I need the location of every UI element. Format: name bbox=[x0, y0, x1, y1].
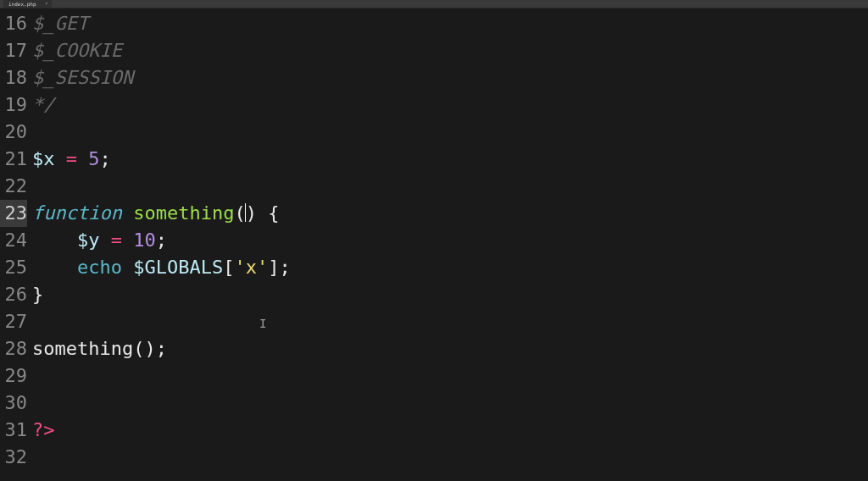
code-token: ; bbox=[156, 229, 167, 251]
code-token: */ bbox=[32, 94, 55, 115]
code-token: ; bbox=[100, 148, 111, 169]
line-number: 21 bbox=[0, 146, 27, 173]
tab-filename: index.php bbox=[8, 1, 36, 7]
code-line[interactable] bbox=[32, 173, 868, 200]
line-number: 20 bbox=[0, 119, 27, 146]
code-line[interactable]: $_SESSION bbox=[32, 64, 868, 91]
code-line[interactable] bbox=[32, 362, 868, 390]
code-line[interactable]: ?> bbox=[32, 417, 868, 444]
code-line[interactable]: $_GET bbox=[32, 10, 868, 37]
line-number: 24 bbox=[0, 227, 27, 254]
editor-window: index.php × 1617181920212223242526272829… bbox=[0, 0, 868, 481]
code-line[interactable]: function something() { bbox=[32, 200, 868, 227]
code-line[interactable]: $y = 10; bbox=[32, 227, 868, 254]
code-token: } bbox=[32, 284, 43, 305]
editor-area[interactable]: 1617181920212223242526272829303132 $_GET… bbox=[0, 8, 868, 481]
line-number: 25 bbox=[0, 254, 27, 281]
code-token bbox=[55, 148, 66, 169]
line-number: 28 bbox=[0, 335, 27, 362]
line-number: 17 bbox=[0, 37, 27, 64]
code-line[interactable] bbox=[32, 119, 868, 146]
code-token: $_SESSION bbox=[32, 67, 133, 88]
code-token: something(); bbox=[32, 338, 167, 359]
code-line[interactable]: } bbox=[32, 281, 868, 308]
code-token: function bbox=[32, 202, 122, 224]
tab-indexphp[interactable]: index.php × bbox=[3, 0, 52, 8]
line-number: 29 bbox=[0, 362, 27, 390]
code-token: $_COOKIE bbox=[32, 40, 122, 61]
code-token: $y bbox=[77, 229, 100, 251]
code-line[interactable] bbox=[32, 390, 868, 417]
code-token: ]; bbox=[268, 257, 291, 278]
line-number: 19 bbox=[0, 91, 27, 119]
code-line[interactable]: echo $GLOBALS['x']; bbox=[32, 254, 868, 281]
code-token: 10 bbox=[133, 229, 156, 251]
code-token: $GLOBALS bbox=[133, 257, 223, 278]
line-number: 27 bbox=[0, 308, 27, 335]
line-number-gutter: 1617181920212223242526272829303132 bbox=[0, 10, 32, 481]
code-token bbox=[77, 148, 88, 169]
code-token: something bbox=[133, 202, 234, 224]
code-token bbox=[99, 229, 110, 251]
code-token: = bbox=[111, 229, 122, 251]
code-line[interactable]: I bbox=[32, 308, 868, 335]
code-token bbox=[32, 229, 77, 251]
code-token: ( bbox=[234, 202, 245, 224]
code-token: = bbox=[66, 148, 77, 169]
code-line[interactable]: something(); bbox=[32, 335, 868, 362]
code-token: ?> bbox=[32, 419, 55, 440]
tab-bar: index.php × bbox=[0, 0, 868, 8]
code-content[interactable]: $_GET$_COOKIE$_SESSION*/$x = 5;function … bbox=[32, 10, 868, 481]
code-token bbox=[122, 257, 133, 278]
line-number: 26 bbox=[0, 281, 27, 308]
code-line[interactable]: $_COOKIE bbox=[32, 37, 868, 64]
code-line[interactable]: */ bbox=[32, 91, 868, 119]
code-token: 5 bbox=[88, 148, 99, 169]
line-number: 16 bbox=[0, 10, 27, 37]
code-token: 'x' bbox=[234, 257, 268, 278]
code-token bbox=[122, 229, 133, 251]
code-token bbox=[32, 257, 77, 278]
code-token: echo bbox=[77, 257, 122, 278]
code-line[interactable] bbox=[32, 444, 868, 471]
line-number: 18 bbox=[0, 64, 27, 91]
line-number: 31 bbox=[0, 417, 27, 444]
line-number: 32 bbox=[0, 444, 27, 471]
code-token bbox=[122, 202, 133, 224]
ibeam-cursor-icon: I bbox=[259, 310, 260, 322]
line-number: 23 bbox=[0, 200, 27, 227]
line-number: 30 bbox=[0, 390, 27, 417]
code-token: ) { bbox=[246, 202, 280, 224]
close-icon[interactable]: × bbox=[45, 0, 48, 6]
line-number: 22 bbox=[0, 173, 27, 200]
code-token: $_GET bbox=[32, 13, 88, 34]
code-token: [ bbox=[223, 257, 234, 278]
code-line[interactable]: $x = 5; bbox=[32, 146, 868, 173]
code-token: $x bbox=[32, 148, 55, 169]
